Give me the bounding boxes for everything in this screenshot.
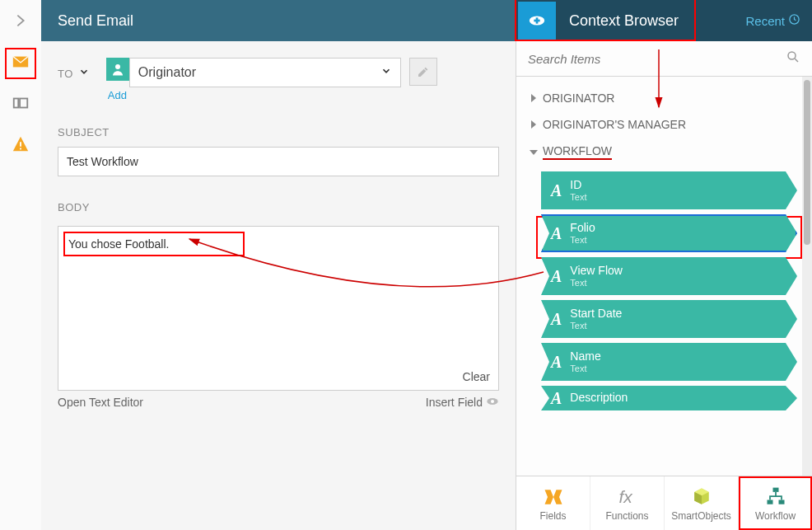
edit-recipient-button[interactable] <box>409 58 437 86</box>
search-row <box>516 41 812 77</box>
search-input[interactable] <box>528 52 786 66</box>
insert-field-link[interactable]: Insert Field <box>426 396 499 409</box>
context-tabs: Fields fx Functions SmartObjects Workflo… <box>516 476 812 530</box>
text-type-icon: A <box>551 224 562 243</box>
caret-icon <box>530 150 538 155</box>
context-title: Context Browser <box>569 12 745 30</box>
chevron-down-icon <box>372 65 400 80</box>
svg-rect-1 <box>20 99 27 108</box>
svg-rect-9 <box>534 20 539 22</box>
field-chip-name[interactable]: A NameText <box>541 343 797 381</box>
svg-point-11 <box>788 52 796 59</box>
workflow-icon <box>764 485 787 509</box>
user-icon <box>106 58 129 81</box>
scrollbar-thumb[interactable] <box>804 80 810 245</box>
insert-icon <box>486 396 499 409</box>
add-recipient-link[interactable]: Add <box>106 89 401 101</box>
form-icon <box>12 94 30 115</box>
field-chip-description[interactable]: A Description <box>541 386 797 410</box>
text-type-icon: A <box>551 389 562 408</box>
open-text-editor-link[interactable]: Open Text Editor <box>58 396 143 409</box>
body-text: You chose Football. <box>68 237 169 251</box>
svg-rect-15 <box>778 500 784 504</box>
tree-item-manager[interactable]: ORIGINATOR'S MANAGER <box>516 111 812 138</box>
eye-plus-icon <box>528 12 546 30</box>
subject-section: SUBJECT <box>58 126 499 176</box>
svg-rect-0 <box>14 99 19 108</box>
body-label: BODY <box>58 201 499 213</box>
body-section: BODY You chose Football. Clear Open Text… <box>58 201 499 409</box>
rail-warning[interactable] <box>5 130 36 162</box>
left-rail <box>0 0 41 530</box>
svg-point-4 <box>115 64 120 69</box>
page-title: Send Email <box>58 12 133 30</box>
tab-workflow[interactable]: Workflow <box>739 476 812 530</box>
caret-icon <box>531 120 536 129</box>
field-chip-id[interactable]: A IDText <box>541 171 797 209</box>
scrollbar[interactable] <box>802 77 812 476</box>
svg-rect-14 <box>767 500 772 504</box>
rail-form[interactable] <box>5 89 36 120</box>
subject-label: SUBJECT <box>58 126 499 138</box>
text-type-icon: A <box>551 181 562 200</box>
main-panel: Send Email TO Originator <box>41 0 516 530</box>
to-row: TO Originator <box>58 58 499 101</box>
field-chip-folio[interactable]: A FolioText <box>541 214 797 252</box>
text-type-icon: A <box>551 310 562 329</box>
svg-rect-3 <box>20 148 21 150</box>
tree-item-originator[interactable]: ORIGINATOR <box>516 85 812 111</box>
clock-icon <box>788 13 800 28</box>
tree-item-workflow[interactable]: WORKFLOW <box>516 138 812 167</box>
tab-smartobjects[interactable]: SmartObjects <box>665 476 739 530</box>
context-toggle-button[interactable] <box>518 2 556 40</box>
smartobjects-icon <box>690 485 713 509</box>
tab-functions[interactable]: fx Functions <box>590 476 665 530</box>
clear-button[interactable]: Clear <box>463 370 490 383</box>
recipient-name: Originator <box>130 65 372 80</box>
caret-icon <box>531 94 536 102</box>
search-icon[interactable] <box>786 49 800 68</box>
functions-icon: fx <box>616 485 639 509</box>
subject-input[interactable] <box>58 147 499 176</box>
field-chip-viewflow[interactable]: A View FlowText <box>541 257 797 295</box>
rail-collapse[interactable] <box>5 7 36 38</box>
text-type-icon: A <box>551 267 562 286</box>
to-label-wrap[interactable]: TO <box>58 58 90 81</box>
svg-text:fx: fx <box>618 487 633 506</box>
envelope-icon <box>12 53 30 74</box>
svg-point-6 <box>491 400 494 403</box>
chevron-right-icon <box>12 12 30 33</box>
recent-link[interactable]: Recent <box>745 13 800 28</box>
to-label: TO <box>58 68 73 80</box>
warning-icon <box>12 135 30 157</box>
main-header: Send Email <box>41 0 516 41</box>
context-tree: ORIGINATOR ORIGINATOR'S MANAGER WORKFLOW… <box>516 77 812 476</box>
fields-icon <box>542 485 565 509</box>
rail-email[interactable] <box>5 48 36 79</box>
tab-fields[interactable]: Fields <box>516 476 590 530</box>
body-editor[interactable]: You chose Football. Clear <box>58 226 499 391</box>
main-content: TO Originator <box>41 41 516 530</box>
recipient-select[interactable]: Originator <box>129 58 401 87</box>
text-type-icon: A <box>551 353 562 372</box>
svg-rect-13 <box>772 487 778 491</box>
context-header: Context Browser Recent <box>516 0 812 41</box>
context-browser-panel: Context Browser Recent ORIGINATOR ORIGIN… <box>516 0 812 530</box>
chevron-down-icon <box>78 66 90 81</box>
svg-rect-2 <box>20 142 21 147</box>
field-chip-startdate[interactable]: A Start DateText <box>541 300 797 338</box>
